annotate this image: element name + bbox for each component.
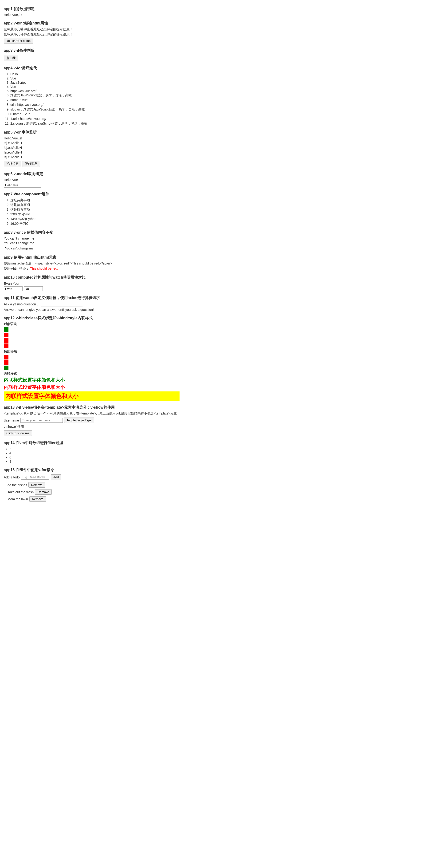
app13-username-input[interactable] [21,418,63,423]
app5-title: app5 v-on事件监听 [4,130,180,135]
app6-content: Hello Vue [4,178,180,182]
app6-title: app6 v-model双向绑定 [4,172,180,177]
list-item: 0.name：Vue [10,112,180,116]
app6-input[interactable] [4,183,41,188]
list-item: 1.url：https://cn.vue.org/ [10,117,180,121]
app13-toggle-btn[interactable]: Toggle Login Type [64,417,94,423]
app9-mustache-code: <span style="color: red">This should be … [35,261,112,265]
app15-todo-input[interactable] [21,475,49,479]
app8-static1: You can't change me [4,237,180,240]
app4-list: Hello Vue JavaScript Vue https://cn.vue.… [10,72,180,126]
app5-content: Hello,Vue.js! [4,136,180,140]
list-item: 8 [9,460,180,463]
app11-question-input[interactable] [41,302,83,307]
list-item: 这是待办事项 [10,198,180,203]
app5-reverse-btn[interactable]: 逆转消息 [4,161,21,167]
app12-title: app12 v-bind:class样式绑定和v-bind:style内联样式 [4,316,180,321]
app3-click-btn[interactable]: 点击我 [4,55,18,61]
app2-tooltip2: 鼠标悬停几秒钟查看此处动态绑定的提示信息！ [4,32,180,37]
app1-content: Hello Vue.js! [4,13,180,17]
list-item: slogan：渐进式JavaScript框架，易学，灵活，高效 [10,107,180,112]
app12-inline-text-1: 内联样式设置字体颜色和大小 [4,384,180,391]
app12-red-box-3 [4,343,8,348]
app11-answer: Answer: I cannot give you an answer unti… [4,308,180,311]
app14-title: app14 在vm中对数组进行filter过滤 [4,441,180,445]
list-item: 16:00 学习C [10,222,180,226]
todo-text-1: Take out the trash [7,490,34,494]
app10-title: app10 computed计算属性与watch侦听属性对比 [4,275,180,280]
app9-section: app9 使用v-html 输出html元素 使用mustache语法： <sp… [4,255,180,271]
app5-reverse2-btn[interactable]: 逆转消息 [23,161,40,167]
app8-title: app8 v-once 使插值内容不变 [4,230,180,235]
app5-msg3: !sj.euV,olleH [4,155,180,159]
todo-text-0: do the dishes [7,483,27,487]
todo-remove-btn-2[interactable]: Remove [29,496,46,502]
app13-vshow-label: v-show的使用 [4,425,180,429]
todo-text-2: Mom the lawn [7,497,28,501]
app13-section: app13 v-if v-else指令在<template>元素中渲染分；v-s… [4,405,180,436]
app4-title: app4 v-for循环迭代 [4,66,180,71]
app6-section: app6 v-model双向绑定 Hello Vue [4,172,180,188]
app12-green-box-1 [4,327,8,332]
app12-num-green-1 [4,366,8,370]
app4-section: app4 v-for循环迭代 Hello Vue JavaScript Vue … [4,66,180,126]
app9-vhtml-row: 使用v-html指令： This should be red. [4,267,180,271]
list-item: name：Vue [10,98,180,102]
app2-section: app2 v-bind绑定html属性 鼠标悬停几秒钟查看此处动态绑定的提示信息… [4,21,180,44]
app11-question-row: Ask a yes/no question： [4,302,180,307]
app10-section: app10 computed计算属性与watch侦听属性对比 Evan You [4,275,180,291]
app3-title: app3 v-if条件判断 [4,48,180,53]
app5-msg0: !sj.euV,olleH [4,141,180,145]
app9-vhtml-label: 使用v-html指令： [4,267,29,270]
app8-section: app8 v-once 使插值内容不变 You can't change me … [4,230,180,251]
todo-remove-btn-0[interactable]: Remove [28,482,45,488]
app8-input[interactable] [4,246,46,251]
list-item: Mom the lawn Remove [7,496,180,502]
app12-red-box-1 [4,333,8,337]
app12-inline-label: 内联样式 [4,372,180,376]
app15-title: app15 在组件中使用v-for指令 [4,468,180,472]
app2-title: app2 v-bind绑定html属性 [4,21,180,26]
app2-tooltip1: 鼠标悬停几秒钟查看此处动态绑定的提示信息！ [4,27,180,31]
app11-question-label: Ask a yes/no question： [4,302,39,307]
app12-red-box-2 [4,338,8,343]
app15-section: app15 在组件中使用v-for指令 Add a todo Add do th… [4,468,180,502]
list-item: https://cn.vue.org/ [10,89,180,93]
list-item: 2 [9,447,180,451]
app5-msg2: !sj.euV,olleH [4,151,180,154]
app15-add-label: Add a todo [4,475,20,479]
app3-section: app3 v-if条件判断 点击我 [4,48,180,62]
app12-num-label: 数组语法 [4,350,180,354]
app13-username-label: Username [4,418,19,422]
app15-add-btn[interactable]: Add [51,474,61,480]
app10-last-input[interactable] [24,286,43,291]
list-item: 4 [9,451,180,455]
list-item: 14:00 学习Python [10,217,180,221]
app12-obj-label: 对象语法 [4,322,180,326]
todo-remove-btn-1[interactable]: Remove [35,489,52,495]
app2-no-click-btn[interactable]: You can't click me [4,38,33,43]
list-item: Take out the trash Remove [7,489,180,495]
list-item: 6 [9,455,180,459]
app5-section: app5 v-on事件监听 Hello,Vue.js! !sj.euV,olle… [4,130,180,167]
app8-static2: You can't change me [4,241,180,245]
app12-num-red-2 [4,360,8,365]
app11-title: app11 使用watch自定义侦听器，使用axios进行异步请求 [4,296,180,301]
app1-title: app1 {{}}数据绑定 [4,7,180,11]
app9-vhtml-text: This should be red. [30,267,58,270]
app15-add-row: Add a todo Add [4,474,180,480]
list-item: Hello [10,72,180,76]
app11-section: app11 使用watch自定义侦听器，使用axios进行异步请求 Ask a … [4,296,180,311]
app9-mustache-label: 使用mustache语法： [4,261,35,265]
app15-todo-list: do the dishes Remove Take out the trash … [7,482,180,502]
app9-title: app9 使用v-html 输出html元素 [4,255,180,260]
app14-section: app14 在vm中对数组进行filter过滤 2 4 6 8 [4,441,180,463]
app13-click-show-btn[interactable]: Click to show me [4,431,32,436]
app10-first-input[interactable] [4,286,23,291]
app10-name: Evan You [4,281,180,285]
app9-mustache-row: 使用mustache语法： <span style="color: red">T… [4,261,180,266]
app13-username-row: Username Toggle Login Type [4,417,180,424]
app5-msg1: !sj.euV,olleH [4,146,180,150]
app12-section: app12 v-bind:class样式绑定和v-bind:style内联样式 … [4,316,180,401]
app13-title: app13 v-if v-else指令在<template>元素中渲染分；v-s… [4,405,180,410]
